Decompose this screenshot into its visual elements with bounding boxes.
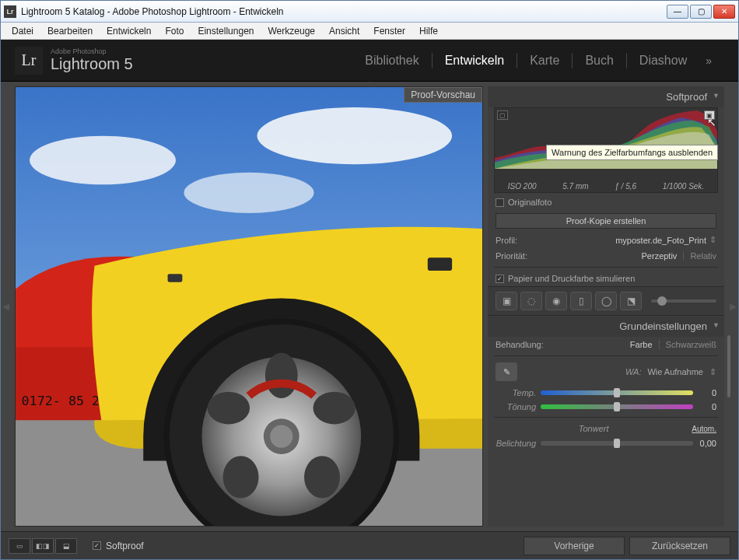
svg-rect-9 (428, 257, 452, 271)
svg-point-3 (184, 173, 313, 213)
svg-point-19 (223, 456, 259, 498)
originalfoto-label: Originalfoto (508, 198, 552, 207)
menu-werkzeuge[interactable]: Werkzeuge (262, 24, 321, 38)
module-buch[interactable]: Buch (573, 54, 625, 68)
sep (683, 251, 684, 261)
temp-value[interactable]: 0 (693, 388, 716, 397)
module-more-icon[interactable]: » (699, 54, 724, 67)
brand-large: Lightroom 5 (51, 55, 133, 73)
module-bibliothek[interactable]: Bibliothek (352, 54, 431, 68)
loupe-view-icon[interactable]: ▭ (9, 538, 30, 554)
exposure-slider[interactable] (541, 441, 693, 446)
app-window: Lr Lightroom 5 Katalog - Adobe Photoshop… (0, 0, 739, 560)
collapse-left-icon[interactable]: ◀ (2, 301, 9, 312)
softproof-toggle[interactable]: ✓ Softproof (93, 541, 144, 551)
menu-fenster[interactable]: Fenster (367, 24, 412, 38)
brush-tool-icon[interactable]: ⬔ (620, 292, 642, 310)
menu-entwickeln[interactable]: Entwickeln (100, 24, 157, 38)
priority-row: Priorität: Perzeptiv Relativ (488, 248, 724, 264)
crop-tool-icon[interactable]: ▣ (496, 292, 517, 310)
collapse-right-icon[interactable]: ▶ (730, 301, 737, 312)
auto-tone-button[interactable]: Autom. (692, 425, 716, 433)
minimize-button[interactable]: — (667, 5, 688, 19)
app-body: Lr Adobe Photoshop Lightroom 5 Bibliothe… (1, 40, 738, 559)
gamut-warning-tooltip: Warnung des Zielfarbumfangs ausblenden (546, 145, 718, 160)
module-diashow[interactable]: Diashow (627, 54, 699, 68)
cursor-icon: ↖ (707, 116, 716, 128)
menu-foto[interactable]: Foto (159, 24, 190, 38)
tone-header: Tonwert Autom. (488, 421, 724, 436)
module-entwickeln[interactable]: Entwickeln (433, 54, 517, 68)
softproof-panel-title[interactable]: Softproof (488, 86, 724, 107)
wb-value[interactable]: Wie Aufnahme (647, 367, 703, 376)
exposure-label: Belichtung (496, 439, 541, 448)
divider (494, 417, 718, 418)
spot-tool-icon[interactable]: ◌ (520, 292, 542, 310)
eyedropper-icon[interactable]: ✎ (496, 362, 517, 381)
menu-hilfe[interactable]: Hilfe (413, 24, 444, 38)
dropdown-icon[interactable]: ⇕ (709, 367, 716, 377)
scrollbar[interactable] (727, 335, 730, 397)
bottom-toolbar: ▭ ◧◨ ⬓ ✓ Softproof Vorherige Zurücksetze… (1, 531, 738, 559)
temp-slider-row[interactable]: Temp. 0 (488, 386, 724, 400)
svg-point-1 (30, 136, 176, 185)
radial-tool-icon[interactable]: ◯ (595, 292, 617, 310)
profile-row[interactable]: Profil: myposter.de_Foto_Print ⇕ (488, 232, 724, 248)
tint-value[interactable]: 0 (693, 402, 716, 411)
gradient-tool-icon[interactable]: ▯ (570, 292, 592, 310)
view-mode-switcher: ▭ ◧◨ ⬓ (9, 538, 77, 554)
treatment-bw[interactable]: Schwarzweiß (666, 340, 716, 349)
priority-perceptual[interactable]: Perzeptiv (642, 251, 678, 261)
exif-iso: ISO 200 (508, 182, 537, 191)
titlebar: Lr Lightroom 5 Katalog - Adobe Photoshop… (1, 1, 738, 23)
module-header: Lr Adobe Photoshop Lightroom 5 Bibliothe… (1, 40, 738, 82)
preview-image: 0172- 85 20 86 1 (16, 87, 482, 526)
lightroom-logo-icon: Lr (15, 47, 43, 75)
module-karte[interactable]: Karte (517, 54, 572, 68)
tint-slider[interactable] (541, 404, 693, 409)
previous-button[interactable]: Vorherige (524, 537, 625, 555)
temp-slider[interactable] (541, 390, 693, 395)
right-panel: Softproof ▢ ▣ ↖ (488, 86, 724, 527)
divider (494, 267, 718, 268)
menu-bearbeiten[interactable]: Bearbeiten (41, 24, 99, 38)
exposure-slider-row[interactable]: Belichtung 0,00 (488, 436, 724, 450)
shadow-clipping-icon[interactable]: ▢ (497, 110, 508, 120)
softproof-checkbox[interactable]: ✓ (93, 541, 101, 550)
menubar: Datei Bearbeiten Entwickeln Foto Einstel… (1, 23, 738, 40)
before-after-tb-icon[interactable]: ⬓ (55, 538, 77, 554)
basic-panel-title[interactable]: Grundeinstellungen (488, 316, 724, 337)
before-after-lr-icon[interactable]: ◧◨ (32, 538, 54, 554)
tone-label: Tonwert (579, 424, 609, 433)
originalfoto-row[interactable]: Originalfoto (488, 194, 724, 210)
exposure-value[interactable]: 0,00 (693, 439, 716, 448)
profile-label: Profil: (496, 236, 517, 245)
priority-relative[interactable]: Relativ (690, 251, 716, 261)
menu-ansicht[interactable]: Ansicht (323, 24, 366, 38)
svg-point-15 (270, 425, 292, 447)
softproof-label: Softproof (106, 541, 144, 551)
window-title: Lightroom 5 Katalog - Adobe Photoshop Li… (21, 6, 667, 17)
mask-slider[interactable] (651, 299, 716, 303)
simulate-paper-row[interactable]: ✓Papier und Druckfarbe simulieren (488, 271, 724, 286)
priority-label: Priorität: (496, 251, 527, 261)
treatment-label: Behandlung: (496, 340, 544, 349)
redeye-tool-icon[interactable]: ◉ (545, 292, 567, 310)
exif-focal: 5.7 mm (562, 182, 588, 191)
image-preview[interactable]: Proof-Vorschau (15, 86, 483, 527)
simulate-paper-checkbox[interactable]: ✓ (496, 275, 504, 283)
create-proof-copy-button[interactable]: Proof-Kopie erstellen (496, 213, 716, 229)
treatment-row: Behandlung: Farbe Schwarzweiß (488, 337, 724, 352)
tint-slider-row[interactable]: Tönung 0 (488, 400, 724, 414)
menu-einstellungen[interactable]: Einstellungen (191, 24, 260, 38)
temp-label: Temp. (496, 388, 541, 397)
menu-datei[interactable]: Datei (5, 24, 40, 38)
treatment-color[interactable]: Farbe (630, 340, 653, 349)
dropdown-icon[interactable]: ⇕ (709, 235, 716, 245)
originalfoto-checkbox[interactable] (496, 198, 504, 207)
profile-value[interactable]: myposter.de_Foto_Print (615, 236, 706, 245)
close-button[interactable]: ✕ (713, 5, 735, 19)
maximize-button[interactable]: ▢ (690, 5, 712, 19)
reset-button[interactable]: Zurücksetzen (629, 537, 730, 555)
svg-rect-10 (168, 274, 183, 282)
